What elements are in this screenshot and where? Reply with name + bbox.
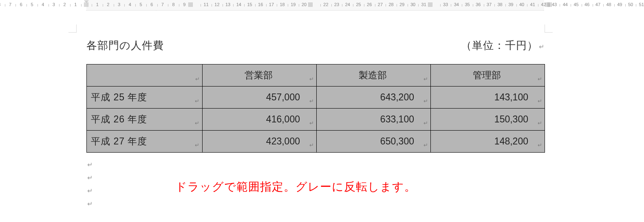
document-title[interactable]: 各部門の人件費 <box>86 38 164 53</box>
data-cell[interactable]: 423,000↵ <box>203 131 317 153</box>
data-cell[interactable]: 457,000↵ <box>203 87 317 109</box>
margin-guide-top-right <box>545 24 553 33</box>
row-label-cell[interactable]: 平成 26 年度↵ <box>87 109 203 131</box>
paragraph-mark-icon: ↵ <box>87 174 93 181</box>
paragraph-mark-icon: ↵ <box>87 161 93 168</box>
title-row: 各部門の人件費 （単位：千円）↵ <box>86 38 545 53</box>
data-cell[interactable]: 148,200↵ <box>431 131 545 153</box>
header-text: 製造部 <box>359 70 387 80</box>
header-text: 管理部 <box>473 70 501 80</box>
table-row: 平成 25 年度↵457,000↵643,200↵143,100↵ <box>87 87 545 109</box>
document-page: 各部門の人件費 （単位：千円）↵ ↵ 営業部↵ 製造部↵ 管理部↵ 平成 25 … <box>0 11 644 222</box>
column-boundary-icon[interactable] <box>308 2 313 7</box>
table-header-empty[interactable]: ↵ <box>87 64 203 87</box>
paragraph-mark-icon: ↵ <box>87 187 93 194</box>
data-cell[interactable]: 650,300↵ <box>317 131 431 153</box>
table-row: 平成 27 年度↵423,000↵650,300↵148,200↵ <box>87 131 545 153</box>
table-header-col3[interactable]: 管理部↵ <box>431 64 545 87</box>
data-cell[interactable]: 416,000↵ <box>203 109 317 131</box>
instruction-annotation: ドラッグで範囲指定。グレーに反転します。 <box>175 179 416 195</box>
table-row: 平成 26 年度↵416,000↵633,100↵150,300↵ <box>87 109 545 131</box>
data-cell[interactable]: 150,300↵ <box>431 109 545 131</box>
labor-cost-table[interactable]: ↵ 営業部↵ 製造部↵ 管理部↵ 平成 25 年度↵457,000↵643,20… <box>86 64 545 153</box>
data-cell[interactable]: 643,200↵ <box>317 87 431 109</box>
horizontal-ruler[interactable]: 8765432112345678911121314151617181920222… <box>0 0 644 11</box>
data-cell[interactable]: 633,100↵ <box>317 109 431 131</box>
column-boundary-icon[interactable] <box>188 2 194 7</box>
row-label-cell[interactable]: 平成 25 年度↵ <box>87 87 203 109</box>
table-header-col1[interactable]: 営業部↵ <box>203 64 317 87</box>
margin-guide-top-left <box>68 24 77 33</box>
table-header-col2[interactable]: 製造部↵ <box>317 64 431 87</box>
row-label-cell[interactable]: 平成 27 年度↵ <box>87 131 203 153</box>
paragraph-mark-icon: ↵ <box>539 43 545 50</box>
header-text: 営業部 <box>245 70 273 80</box>
cell-mark-icon: ↵ <box>538 76 542 82</box>
right-indent-handle[interactable] <box>541 0 546 11</box>
cell-mark-icon: ↵ <box>423 76 428 82</box>
data-cell[interactable]: 143,100↵ <box>431 87 545 109</box>
unit-label-text: （単位：千円） <box>461 39 538 51</box>
cell-mark-icon: ↵ <box>195 76 200 82</box>
first-line-indent-handle[interactable] <box>154 0 159 11</box>
cell-mark-icon: ↵ <box>309 76 314 82</box>
table-header-row: ↵ 営業部↵ 製造部↵ 管理部↵ <box>87 64 545 87</box>
left-indent-handle[interactable] <box>84 0 89 11</box>
paragraph-mark-icon: ↵ <box>87 200 93 207</box>
column-boundary-icon[interactable] <box>428 2 433 7</box>
unit-label[interactable]: （単位：千円）↵ <box>461 38 545 53</box>
